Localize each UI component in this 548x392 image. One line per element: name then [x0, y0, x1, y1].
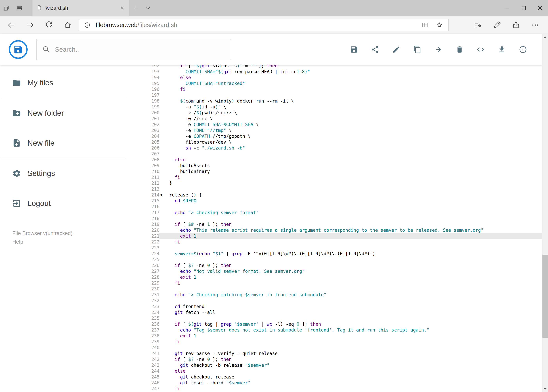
more-options-icon[interactable]	[526, 16, 545, 34]
code-text[interactable]: git checkout -b release "$semver"	[169, 362, 542, 368]
sidebar-item-new-folder[interactable]: New folder	[0, 98, 126, 128]
code-text[interactable]: -e COMMIT_SHA=$COMMIT_SHA \	[169, 121, 542, 127]
code-text[interactable]: echo "This release script requires a sin…	[169, 227, 542, 233]
tab-list-chevron-icon[interactable]	[142, 0, 155, 16]
code-text[interactable]: cd frontend	[169, 304, 542, 309]
close-button[interactable]	[532, 0, 548, 16]
code-text[interactable]: else	[169, 75, 542, 80]
maximize-button[interactable]	[515, 0, 532, 16]
sidebar-item-logout[interactable]: Logout	[0, 188, 126, 218]
code-line[interactable]: 221 exit 1	[126, 233, 542, 239]
code-line[interactable]: 233 cd frontend	[126, 304, 542, 309]
code-text[interactable]: -v /$(pwd):/src:z \	[169, 110, 542, 116]
rename-icon[interactable]	[386, 39, 407, 60]
code-text[interactable]: fi	[169, 339, 542, 345]
code-line[interactable]: 245 git checkout release	[126, 374, 542, 380]
code-text[interactable]: fi	[169, 86, 542, 92]
code-text[interactable]	[169, 186, 542, 192]
back-button[interactable]	[2, 16, 21, 34]
filebrowser-logo[interactable]	[9, 40, 28, 59]
code-line[interactable]: 199 -u "$(id -u)" \	[126, 104, 542, 110]
code-line[interactable]: 209 buildAssets	[126, 163, 542, 168]
browser-tab[interactable]: wizard.sh	[33, 0, 129, 16]
fold-arrow-icon[interactable]: ▾	[160, 192, 162, 198]
code-line[interactable]: 241 git rev-parse --verify --quiet relea…	[126, 350, 542, 356]
code-line[interactable]: 204 -e GOPATH=//tmp/gopath \	[126, 133, 542, 139]
code-line[interactable]: 224 semver=$(echo "$1" | grep -P '^v(0|[…	[126, 251, 542, 257]
code-line[interactable]: 243 git checkout -b release "$semver"	[126, 362, 542, 368]
code-text[interactable]: -w //src \	[169, 116, 542, 121]
code-text[interactable]: if [ $? -ne 0 ]; then	[169, 262, 542, 268]
download-icon[interactable]	[491, 39, 512, 60]
code-text[interactable]: }	[169, 180, 542, 186]
code-text[interactable]	[169, 298, 542, 304]
delete-icon[interactable]	[449, 39, 470, 60]
scrollbar-thumb[interactable]	[542, 255, 548, 338]
code-line[interactable]: 237 echo "Tag $semver does not exist in …	[126, 327, 542, 333]
code-text[interactable]: $(command -v winpty) docker run --rm -it…	[169, 98, 542, 104]
sidebar-item-new-file[interactable]: New file	[0, 128, 126, 158]
code-line[interactable]: 213	[126, 186, 542, 192]
code-text[interactable]: buildBinary	[169, 168, 542, 174]
page-scrollbar[interactable]	[542, 34, 548, 392]
code-line[interactable]: 193 COMMIT_SHA="$(git rev-parse HEAD | c…	[126, 69, 542, 75]
code-line[interactable]: 217 echo "> Checking semver format"	[126, 210, 542, 216]
code-line[interactable]: 216	[126, 204, 542, 210]
code-line[interactable]: 215 cd $REPO	[126, 198, 542, 204]
new-tab-button[interactable]	[129, 0, 142, 16]
code-line[interactable]: 222 fi	[126, 239, 542, 245]
code-text[interactable]: filebrowser/dev \	[169, 139, 542, 145]
code-text[interactable]: else	[169, 368, 542, 374]
reading-view-icon[interactable]	[419, 21, 430, 29]
minimize-button[interactable]	[499, 0, 515, 16]
code-line[interactable]: 210 buildBinary	[126, 168, 542, 174]
code-text[interactable]: -e HOME="//tmp" \	[169, 127, 542, 133]
help-link[interactable]: Help	[12, 239, 23, 245]
code-text[interactable]: -e GOPATH=//tmp/gopath \	[169, 133, 542, 139]
code-text[interactable]: -u "$(id -u)" \	[169, 104, 542, 110]
scrollbar-track[interactable]	[542, 40, 548, 386]
share-page-icon[interactable]	[506, 16, 526, 34]
code-text[interactable]: COMMIT_SHA="untracked"	[169, 80, 542, 86]
fold-gutter[interactable]: ▾	[160, 192, 169, 198]
code-text[interactable]: fi	[169, 280, 542, 286]
code-line[interactable]: 192 if [ "$(git status -s)" = "" ]; then	[126, 65, 542, 69]
code-text[interactable]: exit 1	[169, 233, 542, 239]
web-note-icon[interactable]	[487, 16, 506, 34]
code-line[interactable]: 227 echo "Not valid semver format. See s…	[126, 268, 542, 274]
code-line[interactable]: 239 fi	[126, 339, 542, 345]
code-text[interactable]: else	[169, 157, 542, 163]
code-text[interactable]: echo "> Checking matching $semver in fro…	[169, 292, 542, 298]
code-text[interactable]: git fetch --all	[169, 309, 542, 315]
code-line[interactable]: 228 exit 1	[126, 274, 542, 280]
code-line[interactable]: 225	[126, 257, 542, 262]
refresh-button[interactable]	[40, 16, 58, 34]
code-line[interactable]: 214▾release () {	[126, 192, 542, 198]
code-text[interactable]	[169, 345, 542, 350]
code-text[interactable]	[169, 204, 542, 210]
code-line[interactable]: 232	[126, 298, 542, 304]
code-text[interactable]: fi	[169, 386, 542, 392]
code-line[interactable]: 246 git reset --hard "$semver"	[126, 380, 542, 386]
code-line[interactable]: 220 echo "This release script requires a…	[126, 227, 542, 233]
save-icon[interactable]	[343, 39, 364, 60]
code-line[interactable]: 235	[126, 315, 542, 321]
code-text[interactable]: echo "Tag $semver does not exist in subm…	[169, 327, 542, 333]
code-text[interactable]	[169, 286, 542, 292]
tabs-preview-icon[interactable]	[13, 0, 26, 16]
code-line[interactable]: 198 $(command -v winpty) docker run --rm…	[126, 98, 542, 104]
code-text[interactable]: fi	[169, 239, 542, 245]
code-line[interactable]: 240	[126, 345, 542, 350]
code-text[interactable]: sh -c "./wizard.sh -b"	[169, 145, 542, 151]
code-editor[interactable]: 192 if [ "$(git status -s)" = "" ]; then…	[126, 65, 542, 392]
code-line[interactable]: 211 fi	[126, 174, 542, 180]
info-icon[interactable]	[512, 39, 534, 60]
code-line[interactable]: 236 if [ $(git tag | grep "$semver" | wc…	[126, 321, 542, 327]
code-line[interactable]: 219 if [ $# -ne 1 ]; then	[126, 221, 542, 227]
code-line[interactable]: 223	[126, 245, 542, 251]
code-line[interactable]: 206 sh -c "./wizard.sh -b"	[126, 145, 542, 151]
code-text[interactable]: if [ $? -ne 0 ]; then	[169, 356, 542, 362]
code-line[interactable]: 203 -e HOME="//tmp" \	[126, 127, 542, 133]
code-text[interactable]: fi	[169, 174, 542, 180]
code-text[interactable]	[169, 151, 542, 157]
